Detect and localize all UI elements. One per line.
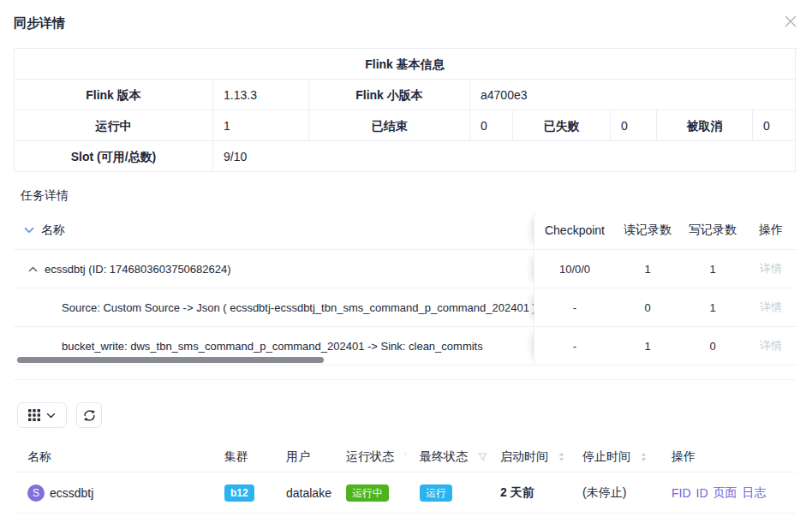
task-write-count: 1 <box>680 263 745 276</box>
job-cluster-cell: b12 <box>211 484 272 502</box>
flink-info-title: Flink 基本信息 <box>15 49 796 80</box>
avatar: S <box>27 484 45 502</box>
flink-minor-version-value: a4700e3 <box>470 80 796 110</box>
close-icon[interactable] <box>784 15 797 28</box>
job-table: 名称 集群 用户 运行状态 最终状态 启动时间 <box>14 442 797 514</box>
finished-value: 0 <box>470 110 513 141</box>
task-detail-link[interactable]: 详情 <box>745 338 797 354</box>
task-read-count: 1 <box>615 340 680 353</box>
page-link[interactable]: 页面 <box>713 485 737 501</box>
col-header-action: 操作 <box>745 223 797 238</box>
slot-value: 9/10 <box>213 141 796 172</box>
col-header-action: 操作 <box>658 449 797 465</box>
job-stop-time: (未停止) <box>569 485 658 501</box>
sorter-icon[interactable] <box>641 453 647 461</box>
running-value: 1 <box>213 110 309 141</box>
cluster-badge: b12 <box>224 484 254 502</box>
grid-icon <box>28 409 40 421</box>
refresh-button[interactable] <box>76 402 102 428</box>
toolbar <box>17 402 102 428</box>
flink-minor-version-label: Flink 小版本 <box>309 80 470 110</box>
slot-label: Slot (可用/总数) <box>15 141 213 172</box>
chevron-down-icon <box>46 413 56 419</box>
task-read-count: 1 <box>615 263 680 276</box>
col-header-run-status: 运行状态 <box>332 449 406 465</box>
sync-detail-modal: 同步详情 Flink 基本信息 Flink 版本 1.13.3 Flink 小版… <box>0 0 812 523</box>
col-header-start-time: 启动时间 <box>487 449 569 465</box>
task-detail-link[interactable]: 详情 <box>745 300 797 315</box>
task-write-count: 1 <box>680 301 745 314</box>
failed-label: 已失败 <box>513 110 611 141</box>
task-table: 名称 Checkpoint 读记录数 写记录数 操作 ecssdbtj (ID:… <box>14 211 797 366</box>
col-header-read-records: 读记录数 <box>615 223 680 238</box>
task-checkpoint: - <box>534 340 615 353</box>
horizontal-scrollbar-thumb[interactable] <box>17 357 324 363</box>
col-header-name: 名称 <box>41 223 65 238</box>
cancelled-value: 0 <box>753 110 796 141</box>
task-table-header: 名称 Checkpoint 读记录数 写记录数 操作 <box>14 211 797 250</box>
col-header-cluster: 集群 <box>211 449 272 465</box>
flink-version-value: 1.13.3 <box>213 80 309 110</box>
refresh-icon <box>83 409 96 422</box>
log-link[interactable]: 日志 <box>743 485 767 501</box>
task-checkpoint: - <box>534 301 615 314</box>
task-read-count: 0 <box>615 301 680 314</box>
task-row-source: Source: Custom Source -> Json ( ecssdbtj… <box>14 288 797 327</box>
run-status-badge: 运行中 <box>346 484 389 502</box>
job-name-cell: S ecssdbtj <box>14 484 211 502</box>
page-title: 同步详情 <box>14 15 65 32</box>
job-row: S ecssdbtj b12 datalake 运行中 运行 2 天前 (未停止… <box>14 472 797 514</box>
task-details-section-label: 任务详情 <box>21 188 69 204</box>
col-header-final-status: 最终状态 <box>406 449 487 465</box>
job-final-status-cell: 运行 <box>406 484 487 502</box>
section-divider <box>14 379 797 380</box>
column-settings-button[interactable] <box>17 402 67 428</box>
running-label: 运行中 <box>15 110 213 141</box>
col-header-name: 名称 <box>14 449 211 465</box>
task-detail-link[interactable]: 详情 <box>745 261 797 276</box>
task-checkpoint: 10/0/0 <box>534 263 615 276</box>
flink-version-label: Flink 版本 <box>15 80 213 110</box>
collapse-all-icon[interactable] <box>24 227 34 234</box>
col-header-stop-time: 停止时间 <box>569 449 658 465</box>
fid-link[interactable]: FID <box>672 486 691 500</box>
cancelled-label: 被取消 <box>657 110 753 141</box>
job-user-cell: datalake <box>272 486 332 500</box>
collapse-row-icon[interactable] <box>28 266 38 272</box>
task-write-count: 0 <box>680 340 745 353</box>
task-name: bucket_write: dws_tbn_sms_command_p_comm… <box>62 340 483 353</box>
job-name: ecssdbtj <box>50 486 93 500</box>
id-link[interactable]: ID <box>696 486 708 500</box>
finished-label: 已结束 <box>309 110 470 141</box>
filter-icon[interactable] <box>478 453 487 461</box>
job-start-time: 2 天前 <box>487 485 569 501</box>
sorter-icon[interactable] <box>558 453 564 461</box>
job-actions-cell: FID ID 页面 日志 <box>658 485 797 501</box>
final-status-badge: 运行 <box>420 484 452 502</box>
flink-info-table: Flink 基本信息 Flink 版本 1.13.3 Flink 小版本 a47… <box>14 48 798 172</box>
task-name: Source: Custom Source -> Json ( ecssdbtj… <box>62 301 534 314</box>
job-table-header: 名称 集群 用户 运行状态 最终状态 启动时间 <box>14 442 797 472</box>
job-run-status-cell: 运行中 <box>332 484 406 502</box>
task-row-parent: ecssdbtj (ID: 1746803603750682624) 10/0/… <box>14 250 797 288</box>
failed-value: 0 <box>611 110 657 141</box>
col-header-checkpoint: Checkpoint <box>534 223 615 237</box>
task-name: ecssdbtj (ID: 1746803603750682624) <box>45 263 231 276</box>
col-header-user: 用户 <box>272 449 332 465</box>
col-header-write-records: 写记录数 <box>680 223 745 238</box>
